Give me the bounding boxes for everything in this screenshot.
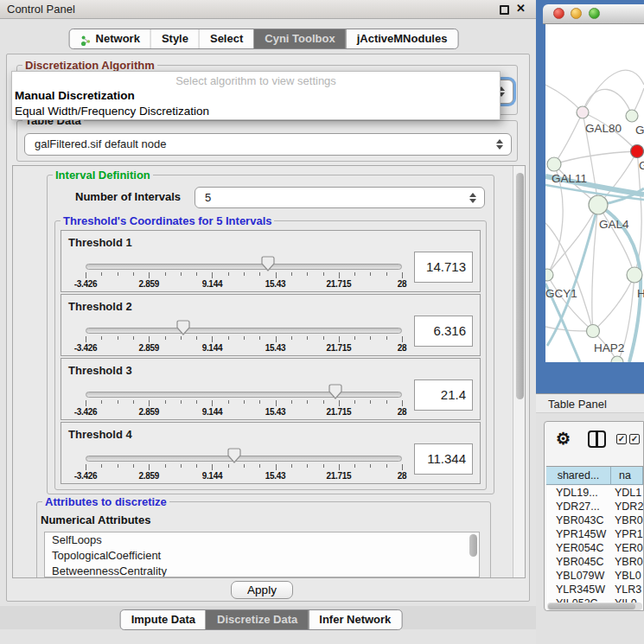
network-canvas[interactable]: GAL80GAGGAL11GAL4GCY1HHAP2 bbox=[545, 24, 644, 362]
cell-name[interactable]: YER0 bbox=[615, 541, 643, 555]
slider-ticks bbox=[86, 464, 402, 471]
network-node-ga[interactable] bbox=[626, 110, 638, 122]
network-window: GAL80GAGGAL11GAL4GCY1HHAP2 bbox=[536, 0, 644, 393]
apply-button[interactable]: Apply bbox=[231, 581, 293, 599]
threshold-slider-track[interactable] bbox=[86, 264, 402, 270]
tab-impute-data[interactable]: Impute Data bbox=[121, 610, 206, 629]
threshold-value-field[interactable]: 6.316 bbox=[414, 316, 473, 347]
table-row[interactable]: YDR27...YDR2 bbox=[546, 500, 643, 513]
tab-infer-network[interactable]: Infer Network bbox=[308, 610, 401, 629]
cell-shared-name[interactable]: YER054C bbox=[546, 541, 615, 555]
checkbox-icon[interactable]: ✓ bbox=[616, 434, 627, 444]
cell-shared-name[interactable]: YDL19... bbox=[546, 486, 615, 500]
scrollbar-thumb[interactable] bbox=[516, 173, 524, 399]
list-item-betweennesscentrality[interactable]: BetweennessCentrality bbox=[45, 564, 479, 577]
slider-tick-labels: -3.4262.8599.14415.4321.71528 bbox=[86, 343, 402, 353]
network-node-hap2[interactable] bbox=[587, 325, 600, 338]
slider-thumb-icon[interactable] bbox=[328, 384, 342, 399]
threshold-value-field[interactable]: 11.344 bbox=[414, 443, 473, 475]
table-data-combobox[interactable]: galFiltered.sif default node bbox=[24, 133, 512, 156]
node-label: H bbox=[637, 287, 644, 300]
cell-shared-name[interactable]: YLR345W bbox=[546, 583, 615, 596]
settings-vertical-scrollbar[interactable] bbox=[513, 166, 526, 578]
table-row[interactable]: YBR045CYBR0 bbox=[546, 555, 643, 569]
threshold-panel: Threshold 2 -3.4262.8599.14415.4321.7152… bbox=[61, 294, 481, 356]
app-root: Control Panel ✕ NetworkStyleSelectCyni T… bbox=[0, 0, 644, 644]
threshold-panel: Threshold 3 -3.4262.8599.14415.4321.7152… bbox=[61, 358, 481, 420]
network-node-gal11[interactable] bbox=[547, 157, 561, 171]
float-window-icon[interactable] bbox=[500, 5, 509, 15]
cell-name[interactable]: YPR1 bbox=[615, 527, 643, 541]
list-scrollbar[interactable] bbox=[469, 534, 477, 557]
node-label: GCY1 bbox=[545, 287, 577, 300]
tab-jactivemnodules[interactable]: jActiveMNodules bbox=[346, 29, 458, 48]
table-horizontal-scrollbar[interactable] bbox=[547, 603, 642, 610]
table-panel-titlebar: Table Panel bbox=[536, 393, 644, 413]
network-node-h[interactable] bbox=[627, 267, 642, 283]
list-item-topologicalcoefficient[interactable]: TopologicalCoefficient bbox=[45, 548, 479, 564]
network-node-gcy1[interactable] bbox=[545, 269, 553, 281]
tab-select-label: Select bbox=[210, 29, 243, 49]
cell-shared-name[interactable]: YBR043C bbox=[546, 513, 615, 527]
threshold-slider-track[interactable] bbox=[86, 328, 402, 334]
tab-discretize-data[interactable]: Discretize Data bbox=[206, 610, 308, 629]
cell-name[interactable]: YLR3 bbox=[615, 583, 643, 596]
panel-title: Control Panel bbox=[7, 3, 75, 16]
attributes-group: Attributes to discretize Numerical Attri… bbox=[36, 501, 491, 578]
cell-name[interactable]: YBR0 bbox=[615, 555, 643, 569]
list-item-selfloops[interactable]: SelfLoops bbox=[45, 532, 479, 548]
threshold-slider-track[interactable] bbox=[86, 456, 402, 462]
table-row[interactable]: YBR043CYBR0 bbox=[546, 513, 643, 527]
combo-spinner-icon[interactable] bbox=[469, 188, 476, 207]
slider-thumb-icon[interactable] bbox=[261, 256, 275, 271]
threshold-panel: Threshold 4 -3.4262.8599.14415.4321.7152… bbox=[61, 422, 481, 484]
combo-spinner-icon[interactable] bbox=[496, 134, 503, 155]
slider-thumb-icon[interactable] bbox=[176, 320, 190, 335]
checkbox-icon[interactable]: ✓ bbox=[629, 434, 640, 444]
group-title-discretization-algorithm: Discretization Algorithm bbox=[22, 59, 157, 72]
gear-icon[interactable]: ⚙ bbox=[556, 429, 571, 449]
slider-tick-labels: -3.4262.8599.14415.4321.71528 bbox=[86, 407, 402, 417]
columns-icon[interactable] bbox=[588, 430, 606, 448]
network-node-gal80[interactable] bbox=[577, 106, 589, 118]
cell-shared-name[interactable]: YBL079W bbox=[546, 569, 615, 583]
number-of-intervals-combobox[interactable]: 5 bbox=[194, 187, 485, 208]
dropdown-option-equal-width-frequency-discretization[interactable]: Equal Width/Frequency Discretization bbox=[12, 104, 500, 119]
table-row[interactable]: YLR345WYLR3 bbox=[546, 583, 643, 596]
scrollbar-thumb[interactable] bbox=[548, 603, 635, 609]
table-body: YDL19...YDL1YDR27...YDR2YBR043CYBR0YPR14… bbox=[546, 486, 643, 610]
numerical-attributes-list[interactable]: SelfLoopsTopologicalCoefficientBetweenne… bbox=[44, 532, 480, 577]
tab-cyni-toolbox[interactable]: Cyni Toolbox bbox=[253, 29, 345, 48]
threshold-value-field[interactable]: 21.4 bbox=[414, 379, 473, 411]
table-row[interactable]: YDL19...YDL1 bbox=[546, 486, 643, 500]
threshold-label: Threshold 3 bbox=[68, 364, 132, 377]
close-traffic-light-icon[interactable] bbox=[553, 8, 564, 19]
tab-style[interactable]: Style bbox=[150, 29, 199, 48]
column-header-shared-name[interactable]: shared... bbox=[546, 467, 611, 484]
table-row[interactable]: YPR145WYPR1 bbox=[546, 527, 643, 541]
column-header-name[interactable]: na bbox=[611, 467, 643, 484]
tab-network[interactable]: Network bbox=[70, 29, 150, 48]
cell-name[interactable]: YDR2 bbox=[615, 500, 643, 513]
settings-scroll-area: Interval Definition Number of Intervals … bbox=[12, 165, 526, 578]
cell-name[interactable]: YBR0 bbox=[615, 513, 643, 527]
network-node[interactable] bbox=[611, 356, 623, 362]
cell-name[interactable]: YBL0 bbox=[615, 569, 643, 583]
cell-shared-name[interactable]: YDR27... bbox=[546, 500, 615, 513]
table-row[interactable]: YBL079WYBL0 bbox=[546, 569, 643, 583]
cell-shared-name[interactable]: YPR145W bbox=[546, 527, 615, 541]
threshold-value-field[interactable]: 14.713 bbox=[414, 252, 473, 283]
network-node-gal4[interactable] bbox=[589, 195, 608, 214]
slider-thumb-icon[interactable] bbox=[227, 448, 241, 463]
cell-shared-name[interactable]: YBR045C bbox=[546, 555, 615, 569]
minimize-traffic-light-icon[interactable] bbox=[571, 8, 582, 19]
zoom-traffic-light-icon[interactable] bbox=[589, 8, 600, 19]
threshold-slider-track[interactable] bbox=[86, 392, 402, 398]
cell-name[interactable]: YDL1 bbox=[615, 486, 643, 500]
table-header-row[interactable]: shared... na bbox=[546, 466, 643, 485]
table-row[interactable]: YER054CYER0 bbox=[546, 541, 643, 555]
tab-select[interactable]: Select bbox=[199, 29, 253, 48]
dropdown-option-manual-discretization[interactable]: Manual Discretization bbox=[12, 88, 500, 104]
network-node-g[interactable] bbox=[631, 145, 644, 158]
close-icon[interactable]: ✕ bbox=[516, 2, 526, 15]
